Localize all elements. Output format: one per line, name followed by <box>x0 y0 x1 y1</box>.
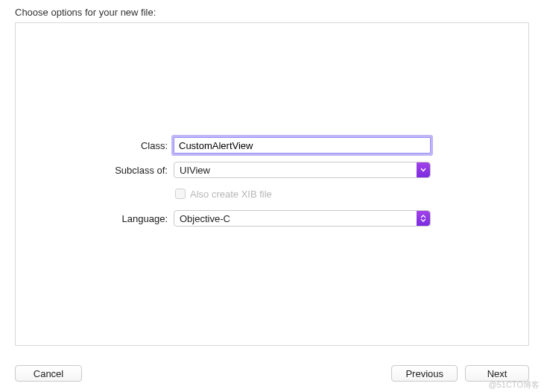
class-input[interactable] <box>174 137 431 154</box>
cancel-label: Cancel <box>34 368 63 379</box>
chevron-up-down-icon <box>417 211 430 226</box>
language-label: Language: <box>16 213 174 224</box>
class-row: Class: <box>16 136 528 154</box>
options-panel: Class: Subclass of: UIView Also create X… <box>15 22 529 346</box>
class-field-wrap <box>174 137 431 154</box>
language-value: Objective-C <box>180 213 230 224</box>
button-bar: Cancel Previous Next <box>15 365 529 382</box>
subclass-label: Subclass of: <box>16 165 174 176</box>
class-label: Class: <box>16 140 174 151</box>
watermark: @51CTO博客 <box>489 379 540 391</box>
sheet-header: Choose options for your new file: <box>0 0 544 22</box>
cancel-button[interactable]: Cancel <box>15 365 82 382</box>
subclass-row: Subclass of: UIView <box>16 161 528 179</box>
language-select[interactable]: Objective-C <box>174 210 431 227</box>
language-field-wrap: Objective-C <box>174 210 431 227</box>
form: Class: Subclass of: UIView Also create X… <box>16 136 528 234</box>
subclass-combobox[interactable]: UIView <box>174 162 431 178</box>
chevron-down-icon <box>417 162 430 177</box>
previous-button[interactable]: Previous <box>391 365 458 382</box>
xib-label: Also create XIB file <box>190 189 272 200</box>
previous-label: Previous <box>405 368 443 379</box>
subclass-field-wrap: UIView <box>174 162 431 178</box>
subclass-value: UIView <box>180 165 210 176</box>
xib-row: Also create XIB file <box>175 186 528 202</box>
xib-checkbox <box>175 189 186 199</box>
sheet-title: Choose options for your new file: <box>15 7 156 18</box>
next-label: Next <box>487 368 507 379</box>
language-row: Language: Objective-C <box>16 209 528 227</box>
